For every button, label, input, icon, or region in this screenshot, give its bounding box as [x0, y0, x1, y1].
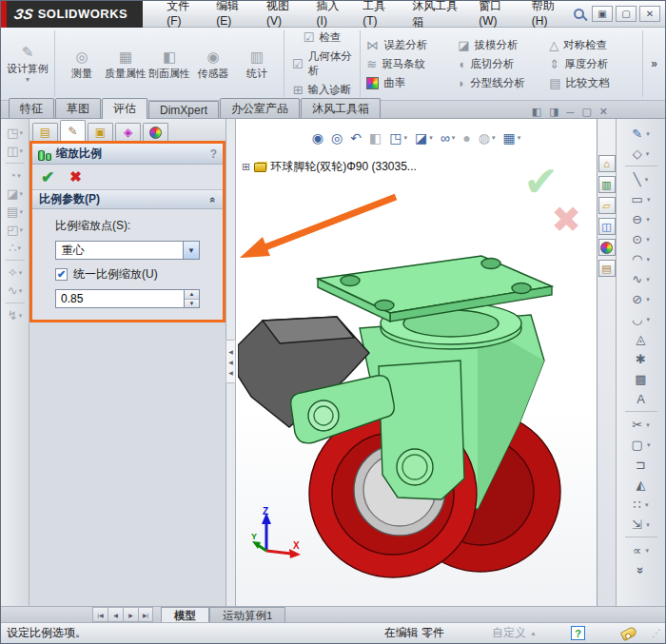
units-selector[interactable]: 自定义 ▲: [492, 625, 537, 641]
tab-office-products[interactable]: 办公室产品: [220, 98, 300, 118]
view-orientation-icon[interactable]: ◳▾: [389, 130, 407, 146]
polygon-button[interactable]: ◬: [637, 329, 646, 348]
spline-on-surface-button[interactable]: ▩: [635, 369, 646, 388]
parting-line-analysis-button[interactable]: ◗ 分型线分析: [458, 76, 545, 90]
doc-minimize-button[interactable]: ─: [567, 107, 575, 118]
tab-motion-study-1[interactable]: 运动算例1: [209, 607, 285, 622]
tab-sketch[interactable]: 草图: [55, 98, 101, 118]
pane-right-icon[interactable]: ◨: [549, 106, 558, 118]
tab-feature-manager[interactable]: ▤: [32, 123, 58, 141]
statistics-button[interactable]: ▥ 统计: [235, 49, 279, 80]
expand-icon[interactable]: ⊞: [242, 161, 250, 173]
dropdown-arrow-icon[interactable]: ▼: [183, 242, 199, 259]
linear-pattern-button[interactable]: ∷▾: [634, 495, 649, 514]
spline-button[interactable]: ∿▾: [632, 269, 649, 288]
resources-home-tab[interactable]: ⌂: [598, 155, 616, 172]
ribbon-overflow-button[interactable]: »: [643, 30, 665, 97]
quick-tips-help-icon[interactable]: ?: [571, 626, 585, 640]
graphics-viewport[interactable]: ◉ ◎ ↶ ◧ ◳▾ ◪▾ ∞▾ ● ◍▾ ▦▾ ⊞ 环球脚轮(双轮)Φ90 (…: [236, 119, 597, 606]
apply-scene-icon[interactable]: ◍▾: [479, 130, 496, 146]
design-study-button[interactable]: ✎ 设计算例 ▾: [6, 44, 49, 84]
left-tool-6[interactable]: ◰▾: [7, 224, 23, 236]
ellipse-button[interactable]: ⊘▾: [632, 289, 649, 308]
resize-grip[interactable]: ⋰: [652, 628, 659, 638]
display-relations-button[interactable]: ∝▾: [633, 540, 649, 559]
scale-point-select[interactable]: 重心 ▼: [55, 241, 200, 260]
view-palette-tab[interactable]: ◫: [598, 218, 616, 235]
left-tool-3[interactable]: ◔▾: [9, 169, 20, 182]
sketch-button[interactable]: ✎▾: [632, 124, 649, 143]
next-tab-button[interactable]: ▶: [123, 607, 138, 622]
spin-up-button[interactable]: ▲: [185, 290, 199, 300]
doc-close-button[interactable]: ✕: [599, 106, 608, 118]
draft-analysis-button[interactable]: ◪ 拔模分析: [458, 38, 545, 52]
measure-button[interactable]: ◎ 测量: [60, 49, 104, 80]
doc-restore-button[interactable]: ▢: [581, 106, 591, 118]
prev-tab-button[interactable]: ◀: [108, 607, 123, 622]
zoom-area-icon[interactable]: ◎: [331, 130, 343, 146]
checkbox-checked-icon[interactable]: ✔: [55, 268, 68, 281]
display-style-icon[interactable]: ◪▾: [415, 130, 433, 146]
search-icon[interactable]: [574, 9, 584, 19]
symmetry-check-button[interactable]: △ 对称检查: [549, 38, 637, 52]
collapse-chevron-icon[interactable]: «: [207, 196, 219, 202]
rectangle-button[interactable]: ▭▾: [632, 189, 651, 208]
edit-appearance-icon[interactable]: ●: [462, 130, 470, 146]
appearances-tab[interactable]: [598, 239, 616, 256]
left-tool-5[interactable]: ▤▾: [7, 205, 23, 218]
scale-factor-input[interactable]: [56, 290, 184, 307]
text-button[interactable]: A: [637, 389, 645, 408]
toolbar-more-button[interactable]: »: [637, 560, 644, 579]
deviation-analysis-button[interactable]: ⋈ 误差分析: [366, 38, 454, 52]
ok-button[interactable]: ✔: [41, 167, 54, 187]
window-panes-button[interactable]: ▣: [592, 6, 613, 22]
left-tool-4[interactable]: ◪▾: [7, 187, 23, 200]
slot-button[interactable]: ⊖▾: [632, 209, 649, 228]
mirror-entities-button[interactable]: ◭: [637, 475, 646, 494]
tab-property-manager[interactable]: ✎: [60, 120, 86, 141]
zebra-stripes-button[interactable]: ≋ 斑马条纹: [366, 57, 454, 71]
move-entities-button[interactable]: ⇲▾: [632, 515, 649, 534]
left-tool-7[interactable]: ∴▾: [9, 242, 21, 254]
smart-dimension-button[interactable]: ◇▾: [633, 144, 650, 163]
confirmation-cancel-mark[interactable]: ✖: [551, 199, 581, 241]
line-button[interactable]: ╲▾: [634, 169, 648, 188]
last-tab-button[interactable]: ▶|: [138, 607, 153, 622]
section-view-icon[interactable]: ◧: [369, 130, 382, 146]
import-diagnostics-button[interactable]: ⊞ 输入诊断: [293, 83, 352, 97]
undercut-analysis-button[interactable]: ◖ 底切分析: [458, 57, 545, 71]
pane-left-icon[interactable]: ◧: [532, 106, 541, 118]
tab-dimxpert[interactable]: DimXpert: [148, 101, 219, 118]
curvature-button[interactable]: 曲率: [366, 76, 454, 90]
panel-splitter[interactable]: ◀ ◀ ◀: [226, 119, 236, 606]
scale-parameters-section-header[interactable]: 比例参数(P) «: [32, 190, 223, 209]
thickness-analysis-button[interactable]: ⇕ 厚度分析: [549, 57, 637, 71]
file-explorer-tab[interactable]: ▱: [598, 197, 616, 214]
window-close-button[interactable]: ✕: [639, 6, 660, 22]
tag-icon[interactable]: [620, 625, 638, 640]
arc-button[interactable]: ◠▾: [632, 249, 650, 268]
previous-view-icon[interactable]: ↶: [350, 130, 362, 146]
tab-evaluate[interactable]: 评估: [102, 98, 147, 119]
design-library-tab[interactable]: ▥: [598, 176, 616, 193]
trim-entities-button[interactable]: ✂▾: [632, 415, 649, 434]
section-properties-button[interactable]: ◧ 剖面属性: [147, 49, 191, 80]
left-tool-10[interactable]: ↯▾: [8, 309, 22, 322]
tab-mufeng-toolbox[interactable]: 沐风工具箱: [301, 98, 381, 118]
spin-down-button[interactable]: ▼: [185, 300, 199, 308]
tab-configuration-manager[interactable]: ▣: [88, 123, 113, 141]
window-restore-button[interactable]: ▢: [616, 6, 637, 22]
sensor-button[interactable]: ◉ 传感器: [191, 49, 235, 80]
tab-dimxpert-manager[interactable]: ◈: [115, 123, 141, 141]
zoom-fit-icon[interactable]: ◉: [312, 130, 323, 146]
uniform-scale-checkbox-row[interactable]: ✔ 统一比例缩放(U): [55, 266, 213, 283]
convert-entities-button[interactable]: ▢▾: [632, 435, 651, 454]
check-button[interactable]: ☑ 检查: [304, 30, 342, 45]
geometry-analysis-button[interactable]: ☑ 几何体分析: [292, 49, 352, 78]
mass-properties-button[interactable]: ▦ 质量属性: [104, 49, 147, 80]
left-tool-9[interactable]: ∿▾: [8, 284, 22, 297]
left-tool-8[interactable]: ✧▾: [8, 266, 22, 279]
tab-model[interactable]: 模型: [161, 607, 209, 622]
view-settings-icon[interactable]: ▦▾: [502, 130, 520, 146]
circle-button[interactable]: ⊙▾: [632, 229, 649, 248]
